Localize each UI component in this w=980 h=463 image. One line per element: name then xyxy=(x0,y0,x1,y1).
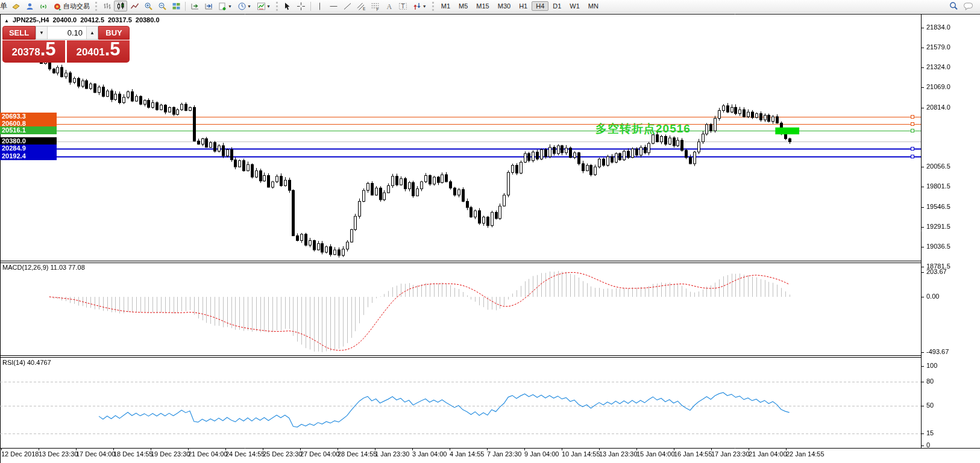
svg-text:E: E xyxy=(363,7,366,11)
order-book-icon[interactable] xyxy=(9,1,22,11)
date-axis-label: 4 Jan 14:55 xyxy=(450,450,485,458)
symbol-period-label: JPN225-,H4 xyxy=(13,16,49,23)
date-axis-label: 27 Dec 04:00 xyxy=(300,450,339,458)
date-axis-label: 21 Jan 04:00 xyxy=(749,450,787,458)
buy-price-button[interactable]: 20401 .5 xyxy=(67,40,130,63)
svg-text:T: T xyxy=(401,3,405,10)
sell-button[interactable]: SELL xyxy=(2,26,36,40)
date-axis-label: 22 Jan 14:55 xyxy=(786,450,825,458)
macd-scale-max: 203.67 xyxy=(926,268,947,275)
text-label-button[interactable]: T xyxy=(397,1,410,11)
chart-quote-header: ▲ JPN225-,H4 20400.0 20412.5 20317.5 203… xyxy=(4,16,160,23)
toolbar-separator xyxy=(185,2,186,11)
price-axis-tick: 21834.0 xyxy=(926,23,950,31)
timeframe-h1-button[interactable]: H1 xyxy=(515,1,532,11)
timeframe-d1-button[interactable]: D1 xyxy=(548,1,565,11)
buy-price-pips: .5 xyxy=(105,40,121,58)
autotrading-label: 自动交易 xyxy=(63,2,90,11)
text-button[interactable]: A xyxy=(383,1,396,11)
date-axis-label: 17 Jan 23:30 xyxy=(711,450,750,458)
crosshair-button[interactable] xyxy=(295,1,308,11)
price-axis-tick: 21579.0 xyxy=(926,43,950,51)
indicators-button[interactable]: ▼ xyxy=(254,1,273,11)
sell-price-main: 20378 xyxy=(11,46,40,58)
periods-clock-button[interactable]: ▼ xyxy=(235,1,254,11)
candlestick-chart-button[interactable] xyxy=(114,1,127,11)
price-axis-tick: 19801.5 xyxy=(926,182,950,190)
tile-windows-button[interactable] xyxy=(169,1,183,11)
price-line-tag[interactable]: 20516.1 xyxy=(0,126,57,134)
price-axis-tick: 20056.5 xyxy=(926,163,950,170)
date-axis-label: 13 Dec 23:30 xyxy=(39,450,78,458)
vertical-line-button[interactable] xyxy=(313,1,327,11)
indicators-dropdown-caret: ▼ xyxy=(266,4,271,8)
price-line-tag[interactable]: 20192.4 xyxy=(0,152,57,160)
volume-increase-button[interactable]: ▲ xyxy=(86,26,98,39)
fibonacci-button[interactable]: F xyxy=(369,1,382,11)
price-line-tag[interactable]: 20284.9 xyxy=(0,144,57,152)
price-axis-tick: 21069.0 xyxy=(926,83,950,90)
volume-stepper: ▼ 0.10 ▲ xyxy=(36,26,98,40)
toolbar-separator xyxy=(310,2,311,11)
price-axis-tick: 19036.5 xyxy=(926,243,950,250)
timeframe-m15-button[interactable]: M15 xyxy=(472,1,493,11)
timeframe-mn-button[interactable]: MN xyxy=(584,1,603,11)
quote-close: 20380.0 xyxy=(136,16,160,23)
quote-open: 20400.0 xyxy=(52,16,77,23)
rsi-scale-label: 0 xyxy=(926,441,930,449)
date-axis-label: 13 Jan 23:30 xyxy=(599,450,638,458)
application-window: 单 自动交易 ▼ xyxy=(0,0,980,463)
sell-price-button[interactable]: 20378 .5 xyxy=(2,40,65,63)
profile-icon[interactable] xyxy=(23,1,36,11)
new-order-button-partial[interactable]: 单 xyxy=(0,1,7,11)
cursor-button[interactable] xyxy=(281,1,294,11)
svg-text:A: A xyxy=(387,2,392,11)
macd-label: MACD(12,26,9) 11.03 77.08 xyxy=(2,264,85,271)
buy-button[interactable]: BUY xyxy=(98,26,130,40)
date-axis-label: 3 Jan 04:00 xyxy=(412,450,447,458)
date-axis-label: 12 Dec 2018 xyxy=(1,450,39,458)
toolbar-grip xyxy=(432,2,434,11)
date-axis-label: 16 Jan 14:55 xyxy=(674,450,712,458)
timeframe-m5-button[interactable]: M5 xyxy=(454,1,472,11)
rsi-scale-label: 100 xyxy=(926,362,937,369)
chart-plot-canvas[interactable] xyxy=(0,0,980,463)
zoom-out-button[interactable] xyxy=(155,1,169,11)
chat-icon-button[interactable] xyxy=(961,1,976,11)
quote-low: 20317.5 xyxy=(108,16,132,23)
price-axis-tick: 21324.0 xyxy=(926,63,950,70)
date-axis-label: 25 Dec 23:30 xyxy=(263,450,302,458)
signal-icon[interactable] xyxy=(37,1,50,11)
buy-price-main: 20401 xyxy=(76,46,104,58)
volume-input[interactable]: 0.10 xyxy=(48,26,86,39)
timeframe-m1-button[interactable]: M1 xyxy=(437,1,454,11)
shapes-button[interactable]: ▼ xyxy=(410,1,429,11)
autotrading-button[interactable]: 自动交易 xyxy=(51,1,92,11)
timeframe-w1-button[interactable]: W1 xyxy=(565,1,584,11)
date-axis-label: 19 Dec 23:30 xyxy=(151,450,190,458)
new-chart-button[interactable]: ▼ xyxy=(216,1,234,11)
channel-button[interactable]: E xyxy=(355,1,368,11)
shapes-dropdown-caret: ▼ xyxy=(422,4,427,8)
timeframe-m30-button[interactable]: M30 xyxy=(494,1,515,11)
quote-high: 20412.5 xyxy=(80,16,104,23)
auto-scroll-button[interactable] xyxy=(188,1,201,11)
line-chart-button[interactable] xyxy=(128,1,141,11)
zoom-in-button[interactable] xyxy=(142,1,155,11)
search-icon-button[interactable] xyxy=(947,1,960,11)
trendline-button[interactable] xyxy=(341,1,354,11)
toolbar-grip xyxy=(276,2,278,11)
date-axis-label: 17 Dec 04:00 xyxy=(76,450,115,458)
volume-decrease-button[interactable]: ▼ xyxy=(36,26,48,39)
date-axis-label: 1 Jan 23:30 xyxy=(375,450,410,458)
bar-chart-button[interactable] xyxy=(100,1,113,11)
timeframe-h4-button[interactable]: H4 xyxy=(532,1,548,11)
date-axis-label: 10 Jan 14:55 xyxy=(562,450,600,458)
price-axis-tick: 19546.5 xyxy=(926,203,950,210)
macd-scale-min: -493.67 xyxy=(926,348,949,355)
horizontal-line-button[interactable] xyxy=(327,1,341,11)
rsi-scale-label: 15 xyxy=(926,429,934,437)
chart-shift-button[interactable] xyxy=(202,1,215,11)
main-toolbar: 单 自动交易 ▼ xyxy=(0,0,980,13)
collapse-arrow-icon[interactable]: ▲ xyxy=(4,18,9,23)
